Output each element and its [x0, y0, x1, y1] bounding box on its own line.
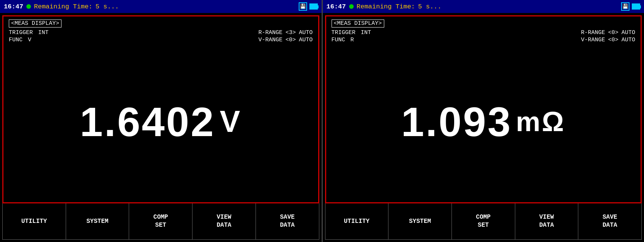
left-button-bar: UTILITY SYSTEM COMPSET VIEWDATA SAVEDATA	[2, 203, 319, 240]
right-status-bar: 16:47 Remaining Time: 5 s... 💾	[323, 0, 644, 13]
left-battery-icon	[309, 3, 318, 10]
right-measurement-unit: mΩ	[516, 106, 566, 137]
left-remaining-label: Remaining Time:	[34, 3, 92, 10]
left-func-label: FUNC	[9, 37, 23, 43]
right-vrange-label: V-RANGE	[581, 37, 605, 43]
right-panel: <MEAS DISPLAY> TRIGGER INT R-RANGE <0> A…	[323, 13, 644, 242]
right-display: <MEAS DISPLAY> TRIGGER INT R-RANGE <0> A…	[325, 15, 642, 203]
left-time: 16:47	[4, 3, 23, 10]
left-system-button[interactable]: SYSTEM	[66, 203, 129, 239]
left-display-header: <MEAS DISPLAY>	[9, 19, 61, 28]
left-vrange-value: <0>	[285, 37, 296, 43]
left-status-bar: 16:47 Remaining Time: 5 s... 💾	[0, 0, 323, 13]
right-trigger-label: TRIGGER	[332, 29, 356, 36]
right-remaining-value: 5 s...	[418, 3, 442, 10]
right-vrange-mode: AUTO	[621, 37, 635, 43]
left-rrange-mode: AUTO	[299, 29, 312, 36]
right-remaining-label: Remaining Time:	[357, 3, 415, 10]
right-vrange-value: <0>	[608, 37, 618, 43]
left-utility-button[interactable]: UTILITY	[3, 203, 66, 239]
right-system-button[interactable]: SYSTEM	[388, 203, 452, 239]
right-measurement-display: 1.093 mΩ	[332, 43, 636, 200]
left-status-dot	[26, 4, 31, 9]
left-remaining-value: 5 s...	[95, 3, 119, 10]
left-func-value: V	[28, 37, 31, 43]
right-time: 16:47	[327, 3, 346, 10]
right-floppy-icon: 💾	[621, 2, 629, 11]
left-rrange-label: R-RANGE	[258, 29, 282, 36]
right-func-label: FUNC	[332, 37, 345, 43]
left-view-data-button[interactable]: VIEWDATA	[193, 203, 256, 239]
right-battery-icon	[632, 3, 640, 10]
right-func-value: R	[351, 37, 354, 43]
right-display-header: <MEAS DISPLAY>	[332, 19, 384, 28]
left-trigger-label: TRIGGER	[9, 29, 33, 36]
left-rrange-value: <3>	[285, 29, 296, 36]
right-button-bar: UTILITY SYSTEM COMPSET VIEWDATA SAVEDATA	[325, 203, 642, 240]
right-view-data-button[interactable]: VIEWDATA	[515, 203, 579, 239]
right-status-dot	[349, 4, 354, 9]
left-save-data-button[interactable]: SAVEDATA	[256, 203, 319, 239]
left-vrange-mode: AUTO	[299, 37, 312, 43]
right-rrange-mode: AUTO	[621, 29, 635, 36]
left-measurement-unit: V	[220, 104, 241, 139]
right-measurement-value: 1.093	[401, 98, 512, 146]
right-comp-set-button[interactable]: COMPSET	[452, 203, 515, 239]
left-panel: <MEAS DISPLAY> TRIGGER INT R-RANGE <3> A…	[0, 13, 323, 242]
left-measurement-value: 1.6402	[80, 98, 215, 146]
right-trigger-value: INT	[361, 29, 371, 36]
left-trigger-value: INT	[38, 29, 49, 36]
left-comp-set-button[interactable]: COMPSET	[129, 203, 193, 239]
left-measurement-display: 1.6402 V	[9, 43, 313, 200]
left-display: <MEAS DISPLAY> TRIGGER INT R-RANGE <3> A…	[2, 15, 319, 203]
right-rrange-value: <0>	[608, 29, 618, 36]
left-vrange-label: V-RANGE	[258, 37, 282, 43]
left-floppy-icon: 💾	[299, 2, 307, 11]
right-save-data-button[interactable]: SAVEDATA	[578, 203, 641, 239]
right-utility-button[interactable]: UTILITY	[325, 203, 389, 239]
right-rrange-label: R-RANGE	[581, 29, 605, 36]
